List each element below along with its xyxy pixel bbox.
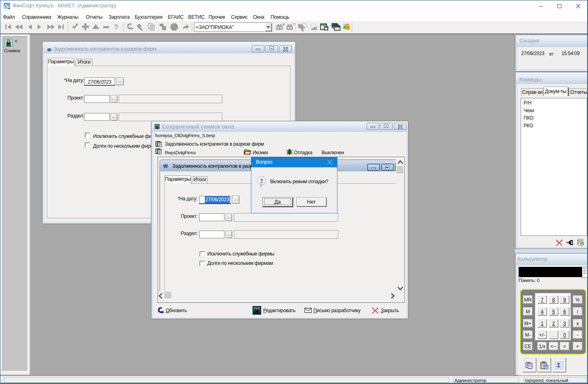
svg-text:?: ? xyxy=(260,178,263,184)
svg-text:?: ? xyxy=(114,23,118,31)
